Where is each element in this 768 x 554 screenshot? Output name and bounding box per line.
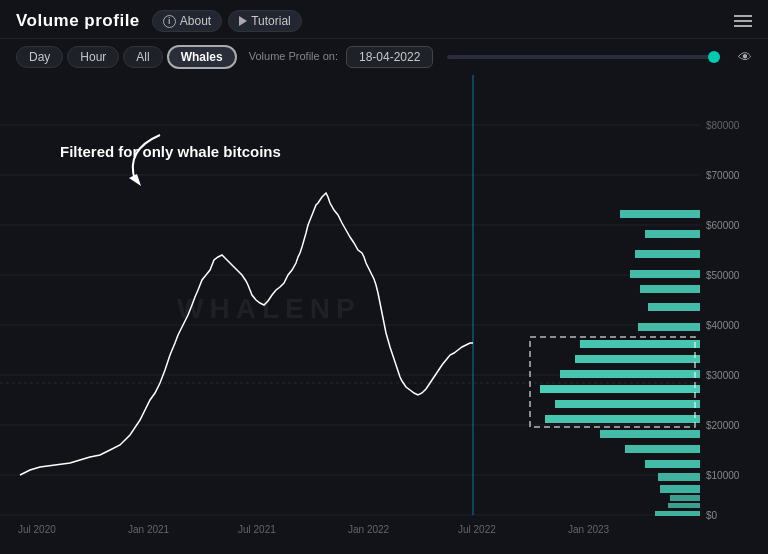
visibility-icon[interactable]: 👁: [738, 49, 752, 65]
svg-text:$20000: $20000: [706, 420, 740, 431]
about-label: About: [180, 14, 211, 28]
svg-rect-13: [635, 250, 700, 258]
hamburger-line: [734, 20, 752, 22]
svg-text:Jan 2023: Jan 2023: [568, 524, 610, 535]
svg-text:Jan 2021: Jan 2021: [128, 524, 170, 535]
header-nav: i About Tutorial: [152, 10, 302, 32]
app-title: Volume profile: [16, 11, 140, 31]
svg-text:$80000: $80000: [706, 120, 740, 131]
svg-text:Jul 2022: Jul 2022: [458, 524, 496, 535]
svg-text:$10000: $10000: [706, 470, 740, 481]
svg-text:$40000: $40000: [706, 320, 740, 331]
svg-rect-23: [545, 415, 700, 423]
whales-tab[interactable]: Whales: [167, 45, 237, 69]
tutorial-button[interactable]: Tutorial: [228, 10, 302, 32]
day-tab[interactable]: Day: [16, 46, 63, 68]
volume-profile-label: Volume Profile on:: [249, 50, 338, 63]
all-tab[interactable]: All: [123, 46, 162, 68]
hamburger-menu[interactable]: [734, 15, 752, 27]
date-value: 18-04-2022: [346, 46, 433, 68]
svg-text:$60000: $60000: [706, 220, 740, 231]
svg-rect-14: [630, 270, 700, 278]
svg-rect-25: [625, 445, 700, 453]
svg-rect-20: [560, 370, 700, 378]
header-left: Volume profile i About Tutorial: [16, 10, 302, 32]
svg-text:$70000: $70000: [706, 170, 740, 181]
svg-text:$30000: $30000: [706, 370, 740, 381]
timeline-slider[interactable]: [447, 55, 720, 59]
svg-rect-29: [670, 495, 700, 501]
svg-text:Jan 2022: Jan 2022: [348, 524, 390, 535]
hamburger-line: [734, 25, 752, 27]
about-button[interactable]: i About: [152, 10, 222, 32]
svg-rect-22: [555, 400, 700, 408]
svg-rect-11: [620, 210, 700, 218]
svg-rect-24: [600, 430, 700, 438]
svg-rect-27: [658, 473, 700, 481]
svg-rect-26: [645, 460, 700, 468]
svg-rect-30: [668, 503, 700, 508]
toolbar: Day Hour All Whales Volume Profile on: 1…: [0, 39, 768, 75]
svg-text:$50000: $50000: [706, 270, 740, 281]
svg-rect-18: [580, 340, 700, 348]
svg-text:Jul 2020: Jul 2020: [18, 524, 56, 535]
svg-rect-16: [648, 303, 700, 311]
play-icon: [239, 16, 247, 26]
svg-rect-12: [645, 230, 700, 238]
hour-tab[interactable]: Hour: [67, 46, 119, 68]
svg-rect-28: [660, 485, 700, 493]
info-icon: i: [163, 15, 176, 28]
svg-rect-31: [655, 511, 700, 516]
hamburger-line: [734, 15, 752, 17]
price-chart: $80000 $70000 $60000 $50000 $40000 $3000…: [0, 75, 768, 543]
svg-text:Jul 2021: Jul 2021: [238, 524, 276, 535]
svg-rect-15: [640, 285, 700, 293]
svg-rect-21: [540, 385, 700, 393]
header: Volume profile i About Tutorial: [0, 0, 768, 39]
slider-handle[interactable]: [708, 51, 720, 63]
chart-area: $80000 $70000 $60000 $50000 $40000 $3000…: [0, 75, 768, 543]
svg-rect-19: [575, 355, 700, 363]
svg-text:$0: $0: [706, 510, 718, 521]
tutorial-label: Tutorial: [251, 14, 291, 28]
svg-rect-32: [530, 337, 695, 427]
svg-rect-17: [638, 323, 700, 331]
